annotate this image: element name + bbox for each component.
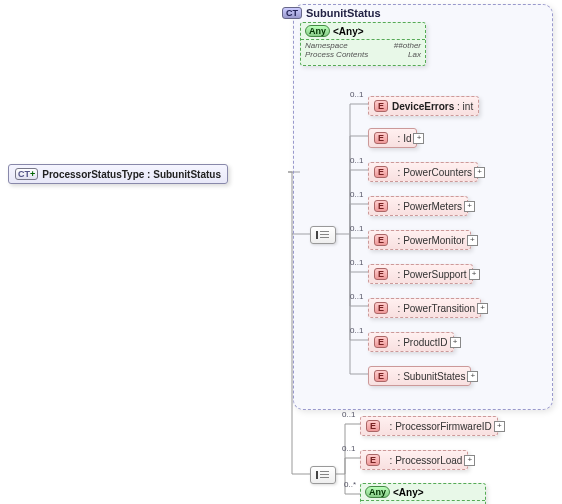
element-label: : ProcessorFirmwareID: [384, 421, 492, 432]
element-label: : PowerSupport: [392, 269, 466, 280]
cardinality-label: 0..1: [350, 326, 363, 335]
ct-icon: CT+: [15, 168, 38, 180]
element-icon: E: [374, 268, 388, 280]
any-icon: Any: [305, 25, 330, 37]
element-label: : PowerMonitor: [392, 235, 465, 246]
element-label: DeviceErrors : int: [392, 101, 473, 112]
element-icon: E: [374, 166, 388, 178]
expand-icon[interactable]: +: [464, 201, 475, 212]
element-icon: E: [374, 234, 388, 246]
any-icon: Any: [365, 486, 390, 498]
element-processorload[interactable]: E : ProcessorLoad+: [360, 450, 468, 470]
element-icon: E: [374, 100, 388, 112]
element-powercounters[interactable]: E : PowerCounters+: [368, 162, 478, 182]
expand-icon[interactable]: +: [494, 421, 505, 432]
any-wildcard-top[interactable]: Any <Any> Namespace##other Process Conte…: [300, 22, 426, 66]
cardinality-label: 0..1: [342, 444, 355, 453]
element-icon: E: [374, 200, 388, 212]
any-label: <Any>: [333, 26, 364, 37]
element-powermonitor[interactable]: E : PowerMonitor+: [368, 230, 471, 250]
element-icon: E: [366, 420, 380, 432]
element-powermeters[interactable]: E : PowerMeters+: [368, 196, 468, 216]
cardinality-label: 0..1: [350, 258, 363, 267]
expand-icon[interactable]: +: [413, 133, 424, 144]
element-deviceerrors[interactable]: EDeviceErrors : int: [368, 96, 479, 116]
ct-icon: CT: [282, 7, 302, 19]
element-label: : ProcessorLoad: [384, 455, 462, 466]
root-complextype[interactable]: CT+ ProcessorStatusType : SubunitStatus: [8, 164, 228, 184]
element-label: : PowerTransition: [392, 303, 475, 314]
sequence-compositor-icon[interactable]: ———: [310, 466, 336, 484]
expand-icon[interactable]: +: [474, 167, 485, 178]
expand-icon[interactable]: +: [477, 303, 488, 314]
cardinality-label: 0..1: [350, 190, 363, 199]
expand-icon[interactable]: +: [450, 337, 461, 348]
subunit-header: CT SubunitStatus: [282, 7, 381, 19]
element-label: : ProductID: [392, 337, 448, 348]
element-powertransition[interactable]: E : PowerTransition+: [368, 298, 481, 318]
element-label: : PowerCounters: [392, 167, 472, 178]
any-wildcard-bottom[interactable]: Any <Any> Namespace##other: [360, 483, 486, 504]
element-label: : Id: [392, 133, 411, 144]
cardinality-label: 0..*: [344, 480, 356, 489]
element-icon: E: [374, 370, 388, 382]
any-details: Namespace##other Process ContentsLax: [301, 39, 425, 60]
element-id[interactable]: E : Id+: [368, 128, 417, 148]
element-icon: E: [374, 336, 388, 348]
element-powersupport[interactable]: E : PowerSupport+: [368, 264, 473, 284]
element-label: : SubunitStates: [392, 371, 465, 382]
element-subunitstates[interactable]: E : SubunitStates+: [368, 366, 471, 386]
any-label: <Any>: [393, 487, 424, 498]
cardinality-label: 0..1: [350, 90, 363, 99]
subunit-title: SubunitStatus: [306, 7, 381, 19]
cardinality-label: 0..1: [342, 410, 355, 419]
element-label: : PowerMeters: [392, 201, 462, 212]
element-processorfirmwareid[interactable]: E : ProcessorFirmwareID+: [360, 416, 498, 436]
expand-icon[interactable]: +: [469, 269, 480, 280]
element-icon: E: [366, 454, 380, 466]
cardinality-label: 0..1: [350, 292, 363, 301]
element-icon: E: [374, 132, 388, 144]
any-details: Namespace##other: [361, 500, 485, 504]
expand-icon[interactable]: +: [467, 235, 478, 246]
expand-icon[interactable]: +: [464, 455, 475, 466]
root-label: ProcessorStatusType : SubunitStatus: [42, 169, 221, 180]
sequence-compositor-icon[interactable]: ———: [310, 226, 336, 244]
element-icon: E: [374, 302, 388, 314]
element-productid[interactable]: E : ProductID+: [368, 332, 454, 352]
cardinality-label: 0..1: [350, 156, 363, 165]
cardinality-label: 0..1: [350, 224, 363, 233]
expand-icon[interactable]: +: [467, 371, 478, 382]
